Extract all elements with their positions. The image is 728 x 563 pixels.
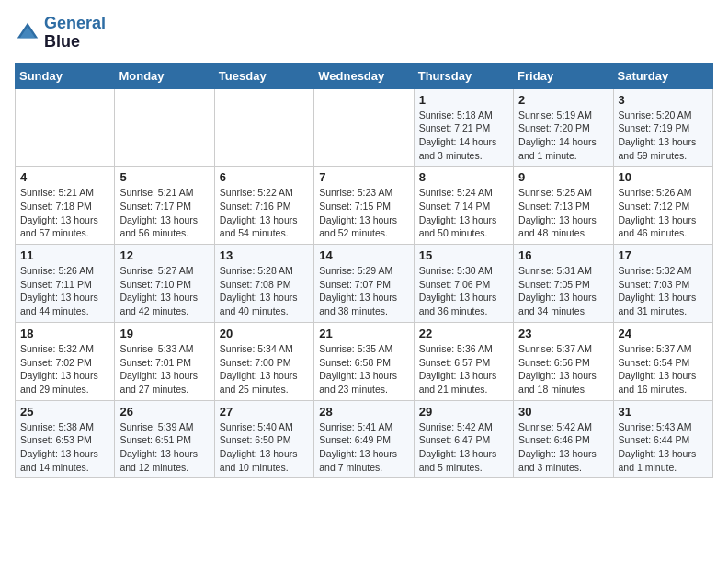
- day-number: 16: [518, 248, 608, 262]
- day-number: 4: [20, 170, 109, 184]
- calendar-table: SundayMondayTuesdayWednesdayThursdayFrid…: [15, 63, 713, 479]
- day-info: Sunrise: 5:18 AM Sunset: 7:21 PM Dayligh…: [419, 109, 508, 163]
- day-number: 20: [220, 327, 309, 340]
- day-number: 8: [419, 170, 508, 184]
- col-header-tuesday: Tuesday: [214, 63, 313, 88]
- day-number: 12: [119, 248, 209, 262]
- day-cell: 27Sunrise: 5:40 AM Sunset: 6:50 PM Dayli…: [214, 400, 313, 478]
- day-cell: 17Sunrise: 5:32 AM Sunset: 7:03 PM Dayli…: [613, 245, 712, 323]
- day-number: 5: [119, 170, 209, 184]
- day-cell: [16, 88, 115, 167]
- day-number: 21: [319, 327, 408, 340]
- col-header-monday: Monday: [115, 63, 214, 88]
- day-cell: 22Sunrise: 5:36 AM Sunset: 6:57 PM Dayli…: [414, 322, 513, 400]
- day-cell: 1Sunrise: 5:18 AM Sunset: 7:21 PM Daylig…: [414, 88, 513, 167]
- day-cell: 5Sunrise: 5:21 AM Sunset: 7:17 PM Daylig…: [115, 167, 214, 245]
- day-cell: 14Sunrise: 5:29 AM Sunset: 7:07 PM Dayli…: [314, 245, 414, 323]
- week-row-5: 25Sunrise: 5:38 AM Sunset: 6:53 PM Dayli…: [16, 400, 713, 478]
- day-cell: 26Sunrise: 5:39 AM Sunset: 6:51 PM Dayli…: [115, 400, 214, 478]
- day-cell: 11Sunrise: 5:26 AM Sunset: 7:11 PM Dayli…: [16, 245, 115, 323]
- day-info: Sunrise: 5:37 AM Sunset: 6:56 PM Dayligh…: [518, 342, 608, 396]
- day-info: Sunrise: 5:43 AM Sunset: 6:44 PM Dayligh…: [619, 420, 708, 475]
- day-info: Sunrise: 5:20 AM Sunset: 7:19 PM Dayligh…: [619, 109, 708, 163]
- day-info: Sunrise: 5:42 AM Sunset: 6:47 PM Dayligh…: [419, 420, 508, 475]
- logo-text: General Blue: [44, 15, 106, 52]
- day-number: 29: [419, 405, 508, 419]
- day-info: Sunrise: 5:33 AM Sunset: 7:01 PM Dayligh…: [119, 342, 209, 396]
- day-cell: 29Sunrise: 5:42 AM Sunset: 6:47 PM Dayli…: [414, 400, 513, 478]
- day-number: 11: [20, 248, 109, 262]
- day-info: Sunrise: 5:35 AM Sunset: 6:58 PM Dayligh…: [319, 342, 408, 396]
- day-info: Sunrise: 5:23 AM Sunset: 7:15 PM Dayligh…: [319, 186, 408, 240]
- col-header-friday: Friday: [514, 63, 613, 88]
- day-number: 9: [518, 170, 608, 184]
- col-header-wednesday: Wednesday: [314, 63, 414, 88]
- day-number: 6: [220, 170, 309, 184]
- day-number: 10: [619, 170, 708, 184]
- col-header-saturday: Saturday: [613, 63, 712, 88]
- col-header-thursday: Thursday: [414, 63, 513, 88]
- day-number: 13: [220, 248, 309, 262]
- day-info: Sunrise: 5:22 AM Sunset: 7:16 PM Dayligh…: [220, 186, 309, 240]
- day-number: 25: [20, 405, 109, 419]
- day-number: 7: [319, 170, 408, 184]
- day-cell: 7Sunrise: 5:23 AM Sunset: 7:15 PM Daylig…: [314, 167, 414, 245]
- day-cell: 13Sunrise: 5:28 AM Sunset: 7:08 PM Dayli…: [214, 245, 313, 323]
- day-number: 15: [419, 248, 508, 262]
- day-cell: 15Sunrise: 5:30 AM Sunset: 7:06 PM Dayli…: [414, 245, 513, 323]
- day-info: Sunrise: 5:27 AM Sunset: 7:10 PM Dayligh…: [119, 264, 209, 318]
- week-row-4: 18Sunrise: 5:32 AM Sunset: 7:02 PM Dayli…: [16, 322, 713, 400]
- day-cell: 19Sunrise: 5:33 AM Sunset: 7:01 PM Dayli…: [115, 322, 214, 400]
- day-info: Sunrise: 5:21 AM Sunset: 7:17 PM Dayligh…: [119, 186, 209, 240]
- day-number: 27: [220, 405, 309, 419]
- day-cell: 3Sunrise: 5:20 AM Sunset: 7:19 PM Daylig…: [613, 88, 712, 167]
- day-cell: 23Sunrise: 5:37 AM Sunset: 6:56 PM Dayli…: [514, 322, 613, 400]
- day-info: Sunrise: 5:30 AM Sunset: 7:06 PM Dayligh…: [419, 264, 508, 318]
- day-cell: 20Sunrise: 5:34 AM Sunset: 7:00 PM Dayli…: [214, 322, 313, 400]
- day-number: 3: [619, 93, 708, 107]
- day-cell: 28Sunrise: 5:41 AM Sunset: 6:49 PM Dayli…: [314, 400, 414, 478]
- day-cell: 21Sunrise: 5:35 AM Sunset: 6:58 PM Dayli…: [314, 322, 414, 400]
- day-info: Sunrise: 5:39 AM Sunset: 6:51 PM Dayligh…: [119, 420, 209, 475]
- day-number: 14: [319, 248, 408, 262]
- day-cell: [314, 88, 414, 167]
- day-info: Sunrise: 5:29 AM Sunset: 7:07 PM Dayligh…: [319, 264, 408, 318]
- week-row-3: 11Sunrise: 5:26 AM Sunset: 7:11 PM Dayli…: [16, 245, 713, 323]
- day-info: Sunrise: 5:42 AM Sunset: 6:46 PM Dayligh…: [518, 420, 608, 475]
- day-cell: 18Sunrise: 5:32 AM Sunset: 7:02 PM Dayli…: [16, 322, 115, 400]
- day-number: 19: [119, 327, 209, 340]
- day-info: Sunrise: 5:19 AM Sunset: 7:20 PM Dayligh…: [518, 109, 608, 163]
- day-number: 17: [619, 248, 708, 262]
- day-info: Sunrise: 5:31 AM Sunset: 7:05 PM Dayligh…: [518, 264, 608, 318]
- day-cell: 24Sunrise: 5:37 AM Sunset: 6:54 PM Dayli…: [613, 322, 712, 400]
- day-number: 24: [619, 327, 708, 340]
- day-info: Sunrise: 5:32 AM Sunset: 7:03 PM Dayligh…: [619, 264, 708, 318]
- day-info: Sunrise: 5:24 AM Sunset: 7:14 PM Dayligh…: [419, 186, 508, 240]
- day-info: Sunrise: 5:37 AM Sunset: 6:54 PM Dayligh…: [619, 342, 708, 396]
- day-number: 30: [518, 405, 608, 419]
- day-info: Sunrise: 5:26 AM Sunset: 7:12 PM Dayligh…: [619, 186, 708, 240]
- day-info: Sunrise: 5:40 AM Sunset: 6:50 PM Dayligh…: [220, 420, 309, 475]
- week-row-2: 4Sunrise: 5:21 AM Sunset: 7:18 PM Daylig…: [16, 167, 713, 245]
- day-info: Sunrise: 5:32 AM Sunset: 7:02 PM Dayligh…: [20, 342, 109, 396]
- day-cell: 25Sunrise: 5:38 AM Sunset: 6:53 PM Dayli…: [16, 400, 115, 478]
- day-info: Sunrise: 5:36 AM Sunset: 6:57 PM Dayligh…: [419, 342, 508, 396]
- day-number: 26: [119, 405, 209, 419]
- week-row-1: 1Sunrise: 5:18 AM Sunset: 7:21 PM Daylig…: [16, 88, 713, 167]
- day-info: Sunrise: 5:34 AM Sunset: 7:00 PM Dayligh…: [220, 342, 309, 396]
- day-cell: 2Sunrise: 5:19 AM Sunset: 7:20 PM Daylig…: [514, 88, 613, 167]
- day-number: 31: [619, 405, 708, 419]
- col-header-sunday: Sunday: [16, 63, 115, 88]
- day-cell: 4Sunrise: 5:21 AM Sunset: 7:18 PM Daylig…: [16, 167, 115, 245]
- day-cell: 6Sunrise: 5:22 AM Sunset: 7:16 PM Daylig…: [214, 167, 313, 245]
- day-number: 23: [518, 327, 608, 340]
- logo: General Blue: [15, 15, 106, 52]
- day-cell: 10Sunrise: 5:26 AM Sunset: 7:12 PM Dayli…: [613, 167, 712, 245]
- day-cell: 16Sunrise: 5:31 AM Sunset: 7:05 PM Dayli…: [514, 245, 613, 323]
- logo-icon: [15, 20, 40, 46]
- page-header: General Blue: [15, 15, 713, 52]
- day-cell: 31Sunrise: 5:43 AM Sunset: 6:44 PM Dayli…: [613, 400, 712, 478]
- day-number: 2: [518, 93, 608, 107]
- day-info: Sunrise: 5:38 AM Sunset: 6:53 PM Dayligh…: [20, 420, 109, 475]
- day-cell: [214, 88, 313, 167]
